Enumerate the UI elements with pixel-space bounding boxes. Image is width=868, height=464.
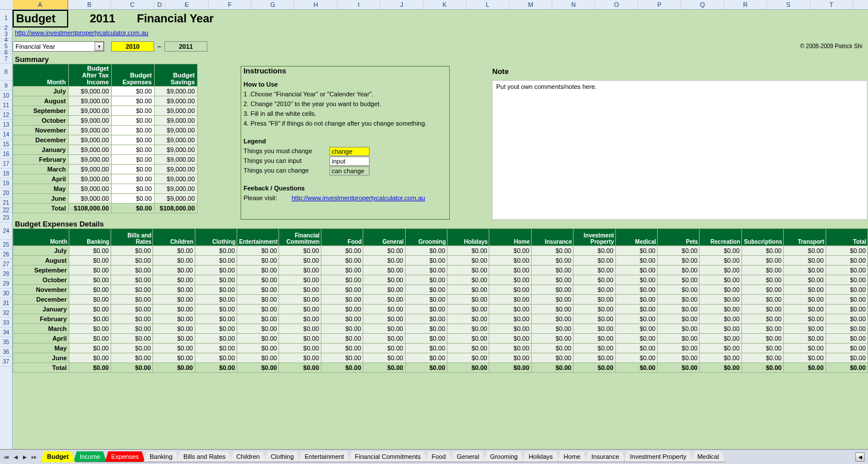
- row-number[interactable]: 12: [0, 110, 12, 120]
- column-header[interactable]: D: [154, 0, 166, 9]
- tab-scroll-left-icon[interactable]: ◀: [855, 453, 865, 462]
- note-textarea[interactable]: Put yout own comments/notes here.: [492, 80, 867, 220]
- sheet-tab[interactable]: Home: [557, 451, 587, 462]
- row-number[interactable]: 16: [0, 149, 12, 159]
- sheet-tab[interactable]: Insurance: [585, 451, 625, 462]
- row-number[interactable]: 30: [0, 288, 12, 298]
- details-value-cell: $0.00: [321, 266, 363, 275]
- year-type-dropdown[interactable]: Financial Year: [13, 41, 104, 52]
- sheet-content[interactable]: Budget 2011 Financial Year http://www.in…: [13, 10, 868, 449]
- worksheet-area: ABCDEFGHIJKLMNOPQRSTU 123456789101112131…: [0, 0, 868, 449]
- row-number[interactable]: 27: [0, 259, 12, 269]
- sheet-tab[interactable]: Food: [425, 451, 452, 462]
- column-header[interactable]: N: [552, 0, 595, 9]
- row-number[interactable]: 33: [0, 318, 12, 327]
- note-body: Put yout own comments/notes here.: [496, 83, 596, 90]
- row-number[interactable]: 22: [0, 208, 12, 213]
- sheet-tab[interactable]: Clothing: [264, 451, 300, 462]
- row-number[interactable]: 11: [0, 100, 12, 110]
- sheet-tab[interactable]: Banking: [143, 451, 179, 462]
- note-title: Note: [492, 67, 509, 76]
- year-from-input[interactable]: 2010: [111, 41, 154, 52]
- details-value-cell: $0.00: [615, 314, 657, 324]
- row-number[interactable]: 23: [0, 213, 12, 223]
- column-header[interactable]: U: [853, 0, 868, 9]
- column-header[interactable]: E: [166, 0, 209, 9]
- row-number[interactable]: 32: [0, 308, 12, 318]
- column-header[interactable]: O: [595, 0, 638, 9]
- details-total-cell: $0.00: [657, 363, 699, 373]
- tab-nav-prev-icon[interactable]: ◀: [11, 453, 19, 461]
- details-value-cell: $0.00: [405, 305, 447, 314]
- details-value-cell: $0.00: [279, 334, 321, 344]
- sheet-tab[interactable]: Medical: [691, 451, 725, 462]
- sheet-tab[interactable]: General: [450, 451, 485, 462]
- details-value-cell: $0.00: [615, 275, 657, 285]
- column-header[interactable]: J: [380, 0, 423, 9]
- column-header[interactable]: S: [767, 0, 810, 9]
- website-link[interactable]: http://www.investmentpropertycalculator.…: [13, 28, 151, 37]
- row-number[interactable]: 7: [0, 54, 12, 64]
- details-total-cell: $0.00: [237, 363, 279, 373]
- sheet-tab[interactable]: Income: [73, 451, 107, 462]
- feedback-link[interactable]: http://www.investmentpropertycalculator.…: [289, 192, 427, 204]
- row-number[interactable]: 17: [0, 159, 12, 169]
- column-header[interactable]: I: [337, 0, 380, 9]
- column-header[interactable]: M: [509, 0, 552, 9]
- row-number[interactable]: 26: [0, 249, 12, 259]
- dropdown-arrow-icon[interactable]: [95, 42, 104, 51]
- tab-nav-first-icon[interactable]: ⏮: [2, 453, 10, 461]
- row-number[interactable]: 31: [0, 298, 12, 308]
- row-number[interactable]: 18: [0, 169, 12, 178]
- row-number[interactable]: 19: [0, 178, 12, 188]
- column-header[interactable]: A: [13, 0, 68, 9]
- sheet-tab[interactable]: Financial Commitments: [348, 451, 427, 462]
- column-header[interactable]: L: [466, 0, 509, 9]
- sheet-tab[interactable]: Entertainment: [299, 451, 350, 462]
- sheet-tab[interactable]: Children: [230, 451, 266, 462]
- row-number[interactable]: 25: [0, 240, 12, 249]
- row-number[interactable]: 9: [0, 81, 12, 91]
- page-title-box: Budget: [13, 10, 68, 28]
- details-value-cell: $0.00: [153, 305, 195, 314]
- column-header[interactable]: G: [252, 0, 294, 9]
- tab-nav-next-icon[interactable]: ▶: [21, 453, 29, 461]
- column-header[interactable]: Q: [681, 0, 724, 9]
- sheet-tab[interactable]: Investment Property: [624, 451, 693, 462]
- sheet-tab[interactable]: Grooming: [484, 451, 524, 462]
- row-number[interactable]: 15: [0, 139, 12, 149]
- summary-month-cell: September: [13, 106, 69, 116]
- row-number[interactable]: 13: [0, 120, 12, 130]
- column-header[interactable]: R: [724, 0, 767, 9]
- details-value-cell: $0.00: [279, 353, 321, 363]
- column-header[interactable]: H: [294, 0, 337, 9]
- summary-header: Budget Expenses: [112, 64, 155, 87]
- column-header[interactable]: K: [423, 0, 466, 9]
- row-number[interactable]: 14: [0, 130, 12, 139]
- row-number[interactable]: 35: [0, 337, 12, 347]
- details-value-cell: $0.00: [321, 344, 363, 353]
- sheet-tab[interactable]: Budget: [41, 451, 75, 462]
- sheet-tab[interactable]: Bills and Rates: [177, 451, 231, 462]
- row-number[interactable]: 29: [0, 279, 12, 288]
- row-number[interactable]: 8: [0, 64, 12, 81]
- sheet-tab[interactable]: Holidays: [523, 451, 559, 462]
- column-header[interactable]: T: [810, 0, 853, 9]
- details-value-cell: $0.00: [489, 266, 531, 275]
- row-number[interactable]: 28: [0, 269, 12, 279]
- column-header[interactable]: F: [209, 0, 252, 9]
- tab-nav-last-icon[interactable]: ⏭: [30, 453, 38, 461]
- details-value-cell: $0.00: [237, 295, 279, 305]
- details-month-cell: September: [13, 266, 69, 275]
- column-header[interactable]: P: [638, 0, 681, 9]
- column-header[interactable]: B: [68, 0, 111, 9]
- row-number[interactable]: 20: [0, 188, 12, 198]
- row-number[interactable]: 34: [0, 327, 12, 337]
- row-number[interactable]: 24: [0, 223, 12, 240]
- row-number[interactable]: 37: [0, 357, 12, 366]
- sheet-tab[interactable]: Expenses: [105, 451, 145, 462]
- column-header[interactable]: C: [111, 0, 154, 9]
- row-number[interactable]: 36: [0, 347, 12, 357]
- row-number[interactable]: 21: [0, 198, 12, 208]
- row-number[interactable]: 10: [0, 91, 12, 100]
